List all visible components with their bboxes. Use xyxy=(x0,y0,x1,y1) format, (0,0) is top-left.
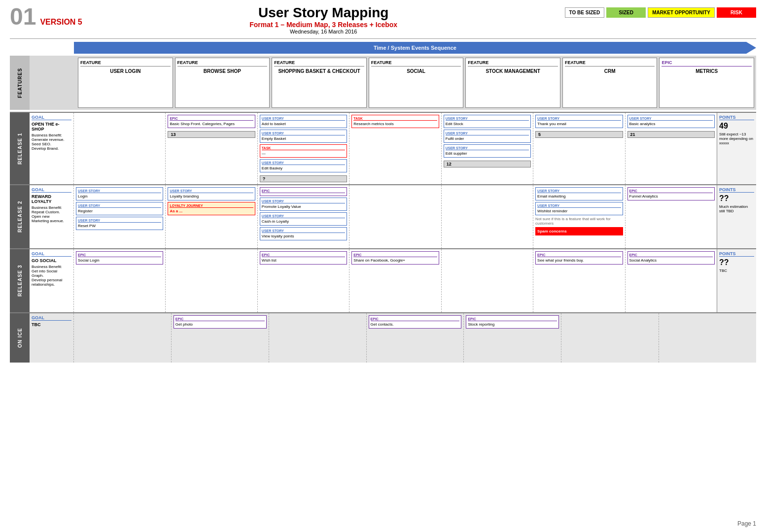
card-text: Thank you email xyxy=(537,122,621,126)
card-label: USER STORY xyxy=(446,132,529,135)
card-label: USER STORY xyxy=(537,189,621,193)
goal-desc: Business Benefit:Get into SocialGraph.De… xyxy=(32,265,71,287)
card-label: EPIC xyxy=(537,253,621,257)
card: EPICSocial Analytics xyxy=(627,251,715,265)
goal-title: GO SOCIAL xyxy=(32,258,71,263)
cell-r3-c5: EPICSee what your friends buy. xyxy=(533,249,625,312)
icebox-cells: EPICGet photoEPICGet contacts.EPICStock … xyxy=(74,313,756,363)
feature-col-4: FEATURE STOCK MANAGEMENT xyxy=(465,58,560,108)
feature-title: STOCK MANAGEMENT xyxy=(468,68,558,74)
cell-r2-c6: EPICFunnel Analytics xyxy=(626,185,717,248)
card: USER STORYFulfil order xyxy=(444,130,531,143)
feature-col-6: EPIC METRICS xyxy=(659,58,754,108)
card-text: Social Login xyxy=(78,258,161,263)
icebox-goal: GOAL TBC xyxy=(30,313,74,363)
card: EPIC xyxy=(260,187,347,196)
card-label: EPIC xyxy=(629,253,713,257)
card: USER STORYLogin xyxy=(76,187,163,200)
page: { "header": { "number": "01", "version":… xyxy=(0,0,766,532)
card-label: EPIC xyxy=(170,117,253,121)
legend-market-opportunity: MARKET OPPORTUNITY xyxy=(648,7,715,18)
cell-r2-c0: USER STORYLoginUSER STORYRegisterUSER ST… xyxy=(74,185,166,248)
feature-col-0: FEATURE USER LOGIN xyxy=(78,58,173,108)
card-text: Edit Stock xyxy=(446,122,529,126)
points-desc: Still expect ~13 more depending on xxxxx xyxy=(719,132,754,145)
release-2-label: RELEASE 2 xyxy=(10,185,30,248)
card-text: Research metrics tools xyxy=(353,122,437,126)
card-label: USER STORY xyxy=(446,146,529,150)
legend-to-be-sized: TO BE SIZED xyxy=(565,7,605,18)
card-label: EPIC xyxy=(468,317,557,321)
feature-label: FEATURE xyxy=(274,60,364,66)
card-label: USER STORY xyxy=(78,189,161,193)
feature-label: FEATURE xyxy=(371,60,461,66)
card-text: Basic analytics xyxy=(629,122,713,126)
release-2-cells: USER STORYLoginUSER STORYRegisterUSER ST… xyxy=(74,185,717,248)
card-label: USER STORY xyxy=(262,117,345,121)
card-label: USER STORY xyxy=(629,117,713,121)
cell-r3-c3: EPICShare on Facebook, Google+ xyxy=(349,249,441,312)
card-text: Basic Shop Front. Categories, Pages xyxy=(170,122,253,126)
icebox-cell-1: EPICGet photo xyxy=(172,313,269,363)
icebox-cell-4: EPICStock reporting xyxy=(464,313,561,363)
card: USER STORYWishlist reminder xyxy=(535,202,623,215)
release-1-points: POINTS 49 Still expect ~13 more dependin… xyxy=(717,113,756,184)
cell-r2-c3 xyxy=(349,185,441,248)
feature-label: FEATURE xyxy=(80,60,171,66)
cell-r2-c5: USER STORYEmail marketingUSER STORYWishl… xyxy=(533,185,625,248)
goal-title: REWARD LOYALTY xyxy=(32,194,71,204)
card-label: USER STORY xyxy=(262,229,345,233)
header-center: User Story Mapping Format 1 – Medium Map… xyxy=(82,5,565,34)
card: EPICSee what your friends buy. xyxy=(535,251,623,265)
cell-r2-c2: EPICUSER STORYPromote Loyalty ValueUSER … xyxy=(258,185,349,248)
card-text: As a ... xyxy=(170,209,253,213)
cell-r3-c2: EPICWish list xyxy=(258,249,349,312)
card: 5 xyxy=(535,131,623,138)
icebox-cell-6 xyxy=(659,313,756,363)
card-text: Wish list xyxy=(262,258,345,263)
feature-label: FEATURE xyxy=(565,60,655,66)
cell-r1-c4: USER STORYEdit StockUSER STORYFulfil ord… xyxy=(442,113,533,184)
card: USER STORYCash-in Loyalty xyxy=(260,212,347,226)
card-text: Reset PW xyxy=(78,224,161,228)
feature-label: FEATURE xyxy=(468,60,558,66)
cell-r3-c1 xyxy=(166,249,257,312)
card-text: Promote Loyalty Value xyxy=(262,204,345,209)
points-desc: TBC xyxy=(719,268,754,273)
card-text: Stock reporting xyxy=(468,322,557,327)
card: 12 xyxy=(444,161,531,167)
card-text: Add to basket xyxy=(262,122,345,126)
card: USER STORYEdit Baskey xyxy=(260,159,347,172)
icebox-cell-2 xyxy=(269,313,367,363)
release-1-goal: GOAL OPEN THE e-SHOP Business Benefit:Ge… xyxy=(30,113,74,184)
card-label: EPIC xyxy=(262,253,345,257)
points-num: 49 xyxy=(719,122,754,131)
card-text: Get photo xyxy=(175,322,265,327)
icebox-goal-label: GOAL xyxy=(32,315,71,321)
release-3-goal: GOAL GO SOCIAL Business Benefit:Get into… xyxy=(30,249,74,312)
header-left: 01 VERSION 5 xyxy=(10,5,82,29)
feature-title: SHOPPING BASKET & CHECKOUT xyxy=(274,68,364,74)
legend-sized: SIZED xyxy=(606,7,646,18)
card-label: LOYALTY JOURNEY xyxy=(170,204,253,208)
card: USER STORYThank you email xyxy=(535,115,623,128)
version-label: VERSION 5 xyxy=(40,18,82,27)
card-text: Login xyxy=(78,194,161,199)
card: EPICGet photo xyxy=(174,315,267,329)
card-text: See what your friends buy. xyxy=(537,258,621,263)
card-label: EPIC xyxy=(371,317,460,321)
page-number: Page 1 xyxy=(737,520,756,527)
card: EPICWish list xyxy=(260,251,347,265)
card: USER STORYLoyalty branding xyxy=(168,187,255,200)
cell-r1-c2: USER STORYAdd to basketUSER STORYEmpty B… xyxy=(258,113,349,184)
goal-title: OPEN THE e-SHOP xyxy=(32,122,71,132)
card: EPICShare on Facebook, Google+ xyxy=(351,251,439,265)
time-banner-row: Time / System Events Sequence xyxy=(10,42,756,54)
card-label: USER STORY xyxy=(78,219,161,223)
release-row-2: RELEASE 2 GOAL REWARD LOYALTY Business B… xyxy=(10,184,756,248)
card-text: Register xyxy=(78,209,161,213)
card: USER STORYAdd to basket xyxy=(260,115,347,128)
card-label: TASK xyxy=(262,146,345,150)
card-text: Share on Facebook, Google+ xyxy=(353,258,437,263)
card: ? xyxy=(260,175,347,182)
